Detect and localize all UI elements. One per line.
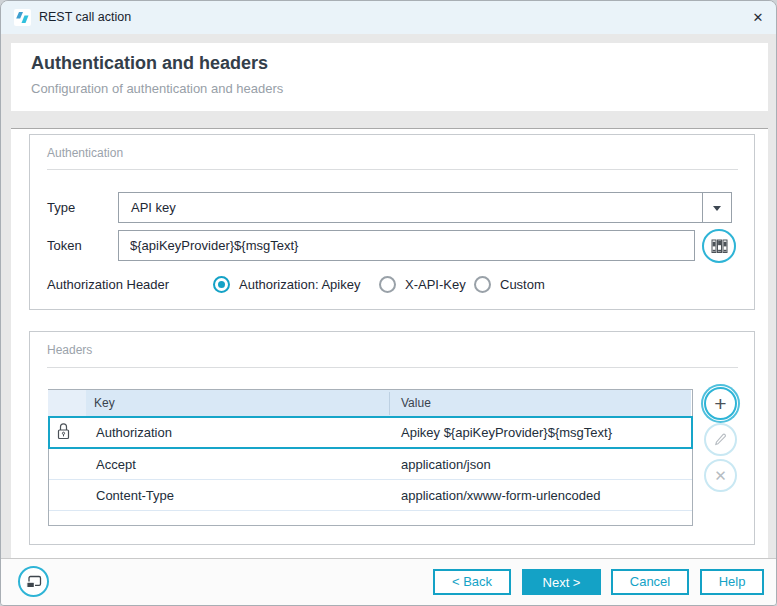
variables-icon [711,239,728,254]
token-variable-picker-button[interactable] [702,229,736,263]
close-icon[interactable]: ✕ [749,9,767,27]
column-divider [389,392,390,415]
back-button[interactable]: < Back [433,569,511,595]
app-logo-icon [14,9,31,26]
row-value[interactable]: application/xwww-form-urlencoded [401,488,600,503]
plus-icon: + [714,389,726,418]
type-label: Type [47,200,75,215]
row-key: Authorization [96,425,172,440]
row-separator [49,510,692,511]
cross-icon: ✕ [714,467,727,485]
windows-icon [25,574,43,590]
row-separator [49,479,692,480]
row-key[interactable]: Accept [96,457,136,472]
lock-icon [57,422,70,440]
radio-authorization-apikey-label[interactable]: Authorization: Apikey [239,277,360,292]
token-input[interactable] [118,230,695,261]
next-button[interactable]: Next > [522,569,601,595]
type-select[interactable]: API key [118,192,732,223]
row-key[interactable]: Content-Type [96,488,174,503]
delete-header-button[interactable]: ✕ [704,459,737,492]
authentication-legend-divider [47,169,738,170]
headers-legend-divider [47,367,738,368]
radio-x-api-key[interactable] [379,276,396,293]
headers-legend: Headers [47,343,92,357]
column-header-value: Value [401,396,431,410]
chevron-down-icon [713,206,721,211]
pencil-icon [713,432,728,447]
window-title: REST call action [39,1,131,34]
help-button[interactable]: Help [700,569,764,595]
cancel-button[interactable]: Cancel [611,569,689,595]
radio-authorization-apikey[interactable] [213,276,230,293]
title-bar[interactable]: REST call action ✕ [1,1,776,34]
headers-table-header [48,390,691,417]
screen-selector-button[interactable] [18,566,49,597]
column-header-key: Key [94,396,115,410]
radio-custom-label[interactable]: Custom [500,277,545,292]
authorization-header-label: Authorization Header [47,277,169,292]
edit-header-button[interactable] [704,423,737,456]
headers-table-icon-column-header [48,390,86,417]
page-subtitle: Configuration of authentication and head… [31,81,283,96]
radio-custom[interactable] [474,276,491,293]
token-label: Token [47,238,82,253]
page-title: Authentication and headers [31,53,268,74]
authentication-legend: Authentication [47,146,123,160]
radio-x-api-key-label[interactable]: X-API-Key [405,277,466,292]
row-value: Apikey ${apiKeyProvider}${msgText} [401,425,612,440]
add-header-button[interactable]: + [704,387,737,420]
rest-call-action-dialog: REST call action ✕ Authentication and he… [0,0,777,606]
row-value[interactable]: application/json [401,457,491,472]
type-select-arrow-button[interactable] [702,193,731,222]
type-select-value: API key [131,193,176,222]
